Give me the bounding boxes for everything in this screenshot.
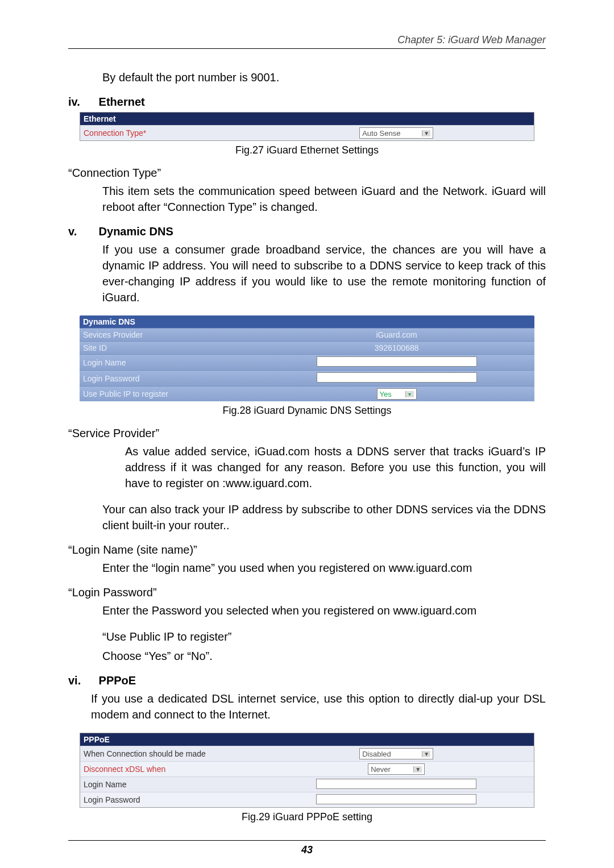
pppoe-login-pass-input[interactable]	[316, 794, 476, 804]
fig28-provider-label: Sevices Provider	[83, 330, 262, 339]
document-page: Chapter 5: iGuard Web Manager By default…	[0, 0, 614, 868]
fig28-row-loginpass: Login Password	[80, 370, 534, 386]
fig29-loginpass-label: Login Password	[84, 795, 262, 804]
section-iv-name: Ethernet	[99, 95, 145, 108]
dropdown-arrow-icon: ▼	[422, 130, 430, 136]
fig29-when-label: When Connection should be made	[84, 749, 262, 758]
fig29-loginname-label: Login Name	[84, 780, 262, 789]
connection-type-body: This item sets the communication speed b…	[102, 183, 546, 215]
fig28-publicip-label: Use Public IP to register	[83, 389, 262, 398]
fig28-loginname-field	[262, 356, 531, 368]
ddns-intro: If you use a consumer grade broadband se…	[102, 242, 546, 305]
fig29-row-loginname: Login Name	[80, 776, 534, 792]
service-provider-body2: Your can also track your IP address by s…	[102, 501, 546, 533]
fig29-caption: Fig.29 iGuard PPPoE setting	[68, 811, 546, 823]
dropdown-arrow-icon: ▼	[413, 766, 422, 773]
ddns-login-pass-input[interactable]	[317, 372, 477, 383]
ddns-login-name-input[interactable]	[317, 356, 477, 367]
fig27-screenshot: Ethernet Connection Type* Auto Sense ▼	[80, 112, 534, 141]
dropdown-arrow-icon: ▼	[422, 751, 430, 757]
login-name-body: Enter the “login name” you used when you…	[102, 560, 546, 576]
public-ip-value: Yes	[380, 390, 392, 398]
service-provider-body: As value added service, iGuad.com hosts …	[125, 443, 546, 491]
section-vi-name: PPPoE	[99, 674, 136, 687]
pppoe-disconnect-value: Never	[371, 765, 391, 774]
pppoe-intro: If you use a dedicated DSL internet serv…	[91, 691, 546, 722]
use-public-ip-body: Choose “Yes” or “No”.	[102, 648, 546, 664]
section-vi-num: vi.	[68, 674, 96, 687]
fig28-caption: Fig.28 iGuard Dynamic DNS Settings	[68, 405, 546, 417]
fig28-siteid-label: Site ID	[83, 343, 262, 352]
pppoe-disconnect-select[interactable]: Never ▼	[368, 763, 425, 775]
fig28-header: Dynamic DNS	[80, 315, 534, 328]
intro-port-text: By default the port number is 9001.	[102, 69, 546, 85]
fig28-publicip-field: Yes ▾	[262, 388, 531, 400]
fig29-screenshot: PPPoE When Connection should be made Dis…	[80, 733, 534, 808]
section-v-title: v. Dynamic DNS	[68, 225, 546, 238]
connection-type-heading: “Connection Type”	[68, 167, 546, 180]
fig27-caption: Fig.27 iGuard Ethernet Settings	[68, 144, 546, 156]
fig28-row-publicip: Use Public IP to register Yes ▾	[80, 386, 534, 401]
service-provider-heading: “Service Provider”	[68, 427, 546, 440]
section-v-num: v.	[68, 225, 96, 238]
fig29-loginname-field	[262, 779, 530, 791]
login-name-heading: “Login Name (site name)”	[68, 543, 546, 556]
section-v-name: Dynamic DNS	[99, 225, 173, 238]
fig29-disc-field: Never ▼	[262, 763, 530, 775]
fig28-provider-value: iGuard.com	[262, 330, 531, 339]
page-number: 43	[68, 840, 546, 856]
fig27-row-connection-type: Connection Type* Auto Sense ▼	[80, 125, 534, 140]
fig29-header: PPPoE	[80, 733, 534, 746]
fig29-disc-label: Disconnect xDSL when	[84, 765, 262, 774]
fig28-loginpass-field	[262, 372, 531, 384]
fig27-label: Connection Type*	[84, 128, 262, 138]
connection-type-select[interactable]: Auto Sense ▼	[359, 127, 433, 139]
fig29-row-when: When Connection should be made Disabled …	[80, 746, 534, 761]
dropdown-arrow-icon: ▾	[405, 391, 414, 397]
chapter-header: Chapter 5: iGuard Web Manager	[68, 34, 546, 49]
section-iv-num: iv.	[68, 95, 96, 109]
fig27-header: Ethernet	[80, 113, 534, 125]
login-password-heading: “Login Password”	[68, 586, 546, 599]
public-ip-select[interactable]: Yes ▾	[377, 388, 417, 400]
fig27-value-cell: Auto Sense ▼	[262, 127, 530, 139]
pppoe-login-name-input[interactable]	[316, 779, 476, 789]
fig28-row-siteid: Site ID 3926100688	[80, 341, 534, 354]
login-password-body: Enter the Password you selected when you…	[102, 603, 546, 618]
fig28-siteid-value: 3926100688	[262, 343, 531, 352]
section-vi-title: vi. PPPoE	[68, 674, 546, 687]
section-iv-title: iv. Ethernet	[68, 95, 546, 109]
fig28-row-loginname: Login Name	[80, 354, 534, 370]
fig28-screenshot: Dynamic DNS Sevices Provider iGuard.com …	[80, 315, 534, 401]
fig28-loginpass-label: Login Password	[83, 374, 262, 383]
connection-type-value: Auto Sense	[362, 129, 400, 138]
fig29-when-field: Disabled ▼	[262, 748, 530, 759]
fig28-row-provider: Sevices Provider iGuard.com	[80, 328, 534, 341]
pppoe-when-select[interactable]: Disabled ▼	[359, 748, 433, 759]
use-public-ip-heading: “Use Public IP to register”	[102, 629, 546, 645]
fig29-row-loginpass: Login Password	[80, 792, 534, 807]
pppoe-when-value: Disabled	[362, 750, 391, 758]
fig29-loginpass-field	[262, 794, 530, 806]
fig29-row-disconnect: Disconnect xDSL when Never ▼	[80, 761, 534, 776]
fig28-loginname-label: Login Name	[83, 358, 262, 367]
